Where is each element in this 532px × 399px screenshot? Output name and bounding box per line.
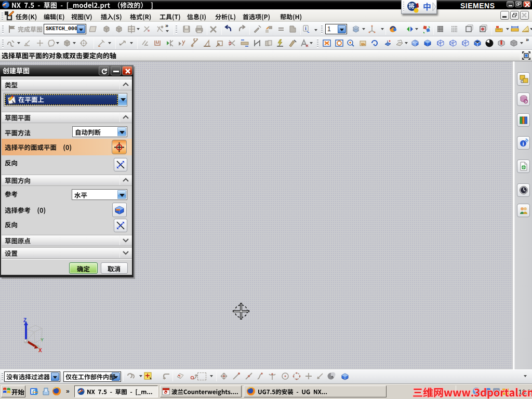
svg-text:X: X — [38, 348, 42, 352]
svg-text:i: i — [305, 25, 307, 31]
svg-text:Y: Y — [41, 337, 44, 342]
svg-text:Z: Z — [23, 318, 26, 323]
svg-text:i: i — [522, 140, 524, 147]
